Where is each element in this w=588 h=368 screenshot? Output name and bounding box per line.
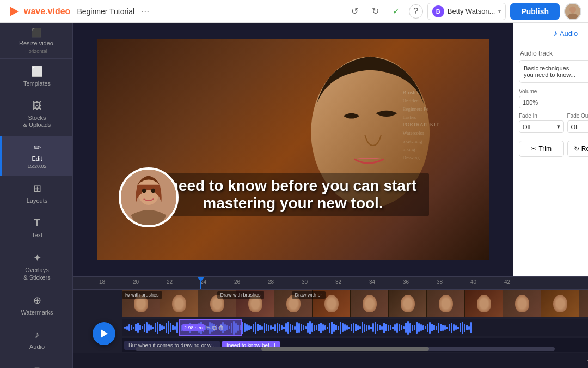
help-button[interactable]: ? [409, 4, 423, 19]
waveform-bar [468, 326, 470, 330]
waveform-bar [427, 324, 428, 332]
volume-select[interactable]: 100% ▾ [519, 96, 588, 108]
svg-text:PORTRAIT KIT: PORTRAIT KIT [403, 122, 439, 128]
sidebar-item-stocks[interactable]: 🖼 Stocks& Uploads [0, 94, 72, 135]
captions-icon: ≡ [34, 364, 40, 368]
video-thumb [389, 290, 427, 317]
waveform-bar [451, 323, 452, 333]
waveform-bar [348, 327, 350, 329]
waveform-bar [442, 325, 444, 331]
waveform-bar [370, 327, 372, 329]
video-frame: Brush t Untitled Beginners Pe Lashes POR… [97, 39, 489, 260]
sidebar-item-audio[interactable]: ♪ Audio [0, 323, 72, 357]
fade-in-group: Fade In Off ▾ [519, 113, 564, 133]
waveform-bar [242, 322, 243, 334]
replace-button[interactable]: ↻ Replace [567, 141, 589, 157]
fade-out-select[interactable]: Off ▾ [567, 120, 589, 133]
playhead[interactable] [200, 277, 201, 289]
timeline-area: 18 20 22 24 26 28 30 32 34 36 38 40 42 [73, 276, 588, 368]
video-thumb [503, 290, 541, 317]
resize-icon: ⬛ [31, 27, 42, 38]
watermarks-icon: ⊕ [33, 294, 41, 306]
waveform-bar [418, 323, 420, 332]
publish-button[interactable]: Publish [510, 3, 560, 20]
volume-value: 100% [523, 99, 538, 106]
user-name: Betty Watson... [448, 7, 495, 15]
sidebar-item-templates[interactable]: ⬜ Templates [0, 59, 72, 94]
waveform-bar [137, 323, 139, 333]
video-panel-row: Brush t Untitled Beginners Pe Lashes POR… [73, 23, 588, 276]
clip-copy-icon[interactable]: ⧉ [212, 324, 217, 331]
sidebar-item-watermarks[interactable]: ⊕ Watermarks [0, 288, 72, 323]
timeline-scrollbar[interactable] [136, 347, 555, 351]
sidebar-item-captions[interactable]: ≡ Captions [0, 357, 72, 368]
waveform-bar [364, 324, 365, 332]
play-button[interactable] [93, 322, 115, 345]
waveform-bar [368, 325, 370, 330]
waveform-bar [316, 325, 317, 330]
layouts-icon: ⊞ [33, 183, 41, 195]
redo-button[interactable]: ↻ [367, 3, 384, 20]
undo-button[interactable]: ↺ [347, 3, 363, 20]
svg-text:Sketching: Sketching [403, 138, 422, 144]
waveform-bar [327, 327, 328, 329]
audio-track-card[interactable]: Basic techniques you need to know... 02:… [519, 60, 588, 83]
waveform-bar [296, 322, 298, 333]
sidebar-item-text[interactable]: T Text [0, 211, 72, 245]
ruler-mark: 22 [167, 279, 173, 285]
waveform-bar [466, 325, 468, 330]
waveform-bar [292, 325, 293, 330]
sidebar-item-label: Stocks& Uploads [23, 114, 51, 129]
waveform-bar [279, 324, 280, 331]
header-actions: ↺ ↻ ✓ ? B Betty Watson... ▾ Publish [347, 3, 581, 20]
clip-split-icon[interactable]: ✂ [206, 324, 211, 331]
trim-button[interactable]: ✂ Trim [519, 141, 564, 157]
fade-in-select[interactable]: Off ▾ [519, 120, 564, 133]
waveform-bar [309, 321, 311, 334]
sidebar-item-label: Text [32, 232, 42, 239]
svg-point-16 [151, 189, 155, 193]
user-profile-avatar[interactable] [564, 3, 581, 20]
overlays-icon: ✦ [33, 252, 41, 264]
waveform-bar [246, 324, 248, 331]
waveform-bar [385, 324, 387, 331]
user-selector[interactable]: B Betty Watson... ▾ [427, 3, 506, 20]
waveform-track: 2.98 sec ✂ ⧉ 🗑 [122, 319, 588, 336]
volume-label: Volume [519, 88, 588, 94]
sidebar-item-overlays[interactable]: ✦ Overlays& Stickers [0, 245, 72, 287]
portrait-sketch-svg: Brush t Untitled Beginners Pe Lashes POR… [273, 39, 489, 260]
right-panel: ♪ Audio Audio track Basic techniques you… [513, 23, 588, 276]
waveform-bar [401, 325, 402, 330]
project-title[interactable]: Beginner Tutorial [77, 7, 134, 16]
ruler-mark: 30 [302, 279, 308, 285]
clip-delete-icon[interactable]: 🗑 [218, 324, 224, 331]
waveform-bar [375, 322, 376, 334]
sidebar-item-layouts[interactable]: ⊞ Layouts [0, 176, 72, 211]
selected-audio-clip[interactable]: 2.98 sec ✂ ⧉ 🗑 [179, 319, 242, 336]
ruler-mark: 42 [504, 279, 510, 285]
sidebar-item-resize[interactable]: ⬛ Resize video Horizontal [0, 23, 72, 59]
waveform-bar [290, 324, 291, 332]
check-button[interactable]: ✓ [388, 3, 405, 20]
video-thumb [579, 290, 588, 317]
waveform-bar [259, 325, 261, 330]
audio-tab[interactable]: ♪ Audio [513, 23, 588, 44]
more-options-button[interactable]: ··· [141, 5, 149, 17]
waveform-bar [462, 322, 463, 334]
logo-text: wave.video [24, 7, 70, 16]
waveform-bar [351, 324, 352, 331]
waveform-bar [333, 324, 335, 332]
svg-point-1 [569, 6, 576, 13]
waveform-bar [344, 324, 346, 331]
volume-row: Volume 100% ▾ [519, 88, 588, 108]
waveform-bar [320, 323, 322, 333]
video-thumb [465, 290, 503, 317]
svg-text:Beginners Pe: Beginners Pe [403, 106, 428, 112]
sidebar-item-edit[interactable]: ✏ Edit15:20.02 [0, 136, 72, 176]
waveform-bar [257, 324, 259, 331]
scroll-thumb[interactable] [261, 347, 429, 351]
waveform-bar [294, 326, 296, 330]
user-avatar-initial: B [432, 5, 444, 17]
logo[interactable]: wave.video [7, 4, 70, 19]
video-thumb [351, 290, 389, 317]
